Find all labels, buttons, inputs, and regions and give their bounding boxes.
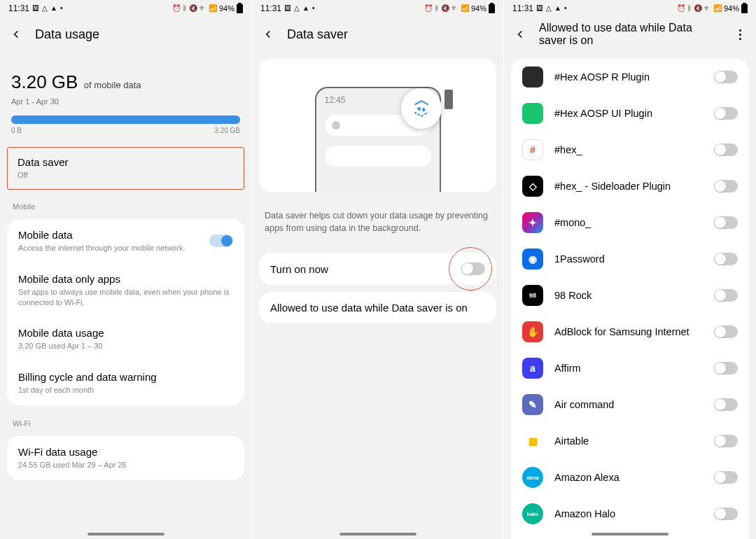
app-toggle[interactable] [714, 398, 738, 411]
signal-icon: 📶 [461, 5, 469, 12]
gallery-icon: 🖼 [284, 5, 291, 12]
app-toggle[interactable] [714, 507, 738, 520]
mobile-card: Mobile data Access the internet through … [7, 219, 244, 405]
app-toggle[interactable] [714, 180, 738, 192]
mobile-section-label: Mobile [0, 195, 251, 212]
turn-on-label: Turn on now [270, 263, 328, 275]
app-toggle[interactable] [714, 216, 738, 229]
data-saver-icon [401, 88, 442, 129]
app-toggle[interactable] [714, 362, 738, 374]
app-toggle[interactable] [714, 326, 738, 338]
app-toggle[interactable] [714, 289, 738, 302]
mobile-data-sub: Access the internet through your mobile … [18, 243, 185, 253]
screen-data-usage: 11:31 🖼 △ ▲ • ⏰ ᛒ 🔇 ᯤ 📶 94% Data usage 3… [0, 0, 252, 539]
app-row[interactable]: haloAmazon Halo [511, 496, 749, 532]
billing-cycle-row[interactable]: Billing cycle and data warning 1st day o… [7, 361, 244, 405]
app-name: Affirm [554, 363, 703, 374]
mute-icon: 🔇 [441, 5, 449, 12]
app-name: Airtable [554, 435, 703, 447]
bluetooth-icon: ᛒ [435, 5, 439, 12]
app-name: 1Password [554, 253, 703, 265]
status-time: 11:31 [260, 4, 281, 13]
app-row[interactable]: ##hex_ [511, 132, 749, 168]
nav-bar[interactable] [88, 533, 164, 536]
app-row[interactable]: ✎Air command [511, 386, 749, 423]
app-name: AdBlock for Samsung Internet [554, 326, 703, 337]
app-icon: ▲ [554, 5, 561, 12]
alarm-icon: ⏰ [424, 5, 433, 12]
app-row[interactable]: ✋AdBlock for Samsung Internet [511, 314, 749, 350]
nav-bar[interactable] [340, 533, 416, 536]
app-toggle[interactable] [714, 253, 738, 265]
battery-icon [741, 4, 748, 13]
apps-list[interactable]: #Hex AOSP R Plugin#Hex AOSP UI Plugin##h… [511, 59, 749, 539]
total-usage: 3.20 GB [11, 71, 78, 93]
app-toggle[interactable] [714, 471, 738, 484]
data-saver-row[interactable]: Data saver Off [7, 147, 244, 190]
app-row[interactable]: alexaAmazon Alexa [511, 459, 749, 496]
mute-icon: 🔇 [694, 5, 702, 12]
allowed-card: Allowed to use data while Data saver is … [259, 292, 496, 323]
app-toggle[interactable] [714, 144, 738, 156]
app-row[interactable]: #Hex AOSP UI Plugin [511, 95, 749, 132]
app-icon: ✋ [522, 321, 543, 342]
header: Data saver [252, 17, 503, 52]
drive-icon: △ [294, 5, 300, 12]
app-row[interactable]: ◉1Password [511, 241, 749, 277]
back-button[interactable] [8, 27, 24, 42]
mobile-only-apps-row[interactable]: Mobile data only apps Set apps to always… [7, 263, 244, 318]
row-title: Wi-Fi data usage [18, 446, 233, 458]
highlight-circle [449, 247, 492, 290]
app-row[interactable]: ✦#mono_ [511, 204, 749, 241]
more-button[interactable] [732, 27, 748, 42]
turn-on-card: Turn on now [259, 253, 496, 285]
app-toggle[interactable] [714, 107, 738, 120]
mobile-data-usage-row[interactable]: Mobile data usage 3.20 GB used Apr 1 – 3… [7, 317, 244, 361]
mobile-data-row[interactable]: Mobile data Access the internet through … [7, 219, 244, 263]
app-row[interactable]: #Hex AOSP R Plugin [511, 59, 749, 95]
mute-icon: 🔇 [189, 5, 197, 12]
app-row[interactable]: aAffirm [511, 350, 749, 386]
wifi-usage-row[interactable]: Wi-Fi data usage 24.55 GB used Mar 29 – … [7, 436, 244, 480]
app-row[interactable]: ◇#hex_ - Sideloader Plugin [511, 168, 749, 204]
nav-bar[interactable] [592, 533, 668, 536]
app-icon [522, 66, 543, 88]
dot-icon: • [564, 5, 567, 12]
app-icon: ✦ [522, 212, 543, 233]
mobile-data-toggle[interactable] [209, 234, 233, 247]
back-button[interactable] [260, 27, 276, 42]
dot-icon: • [60, 5, 63, 12]
app-row[interactable]: ▦Airtable [511, 423, 749, 459]
back-button[interactable] [512, 27, 528, 42]
app-toggle[interactable] [714, 71, 738, 83]
signal-icon: 📶 [209, 5, 217, 12]
illustration-card: 12:45 [259, 59, 496, 192]
data-saver-status: Off [18, 170, 234, 181]
allowed-row[interactable]: Allowed to use data while Data saver is … [259, 292, 496, 323]
battery-pct: 94% [724, 4, 739, 13]
app-icon: # [522, 139, 543, 160]
app-toggle[interactable] [714, 435, 738, 447]
app-name: #hex_ [554, 144, 703, 155]
date-range: Apr 1 - Apr 30 [11, 97, 240, 106]
wifi-section-label: Wi-Fi [0, 412, 251, 429]
battery-pct: 94% [471, 4, 486, 13]
row-title: Mobile data only apps [18, 273, 233, 285]
app-name: Amazon Alexa [554, 472, 703, 483]
bluetooth-icon: ᛒ [687, 5, 692, 12]
usage-bar [11, 115, 240, 124]
status-bar: 11:31 🖼 △ ▲ • ⏰ ᛒ 🔇 ᯤ 📶 94% [504, 0, 756, 17]
status-bar: 11:31 🖼 △ ▲ • ⏰ ᛒ 🔇 ᯤ 📶 94% [252, 0, 503, 17]
app-row[interactable]: 9898 Rock [511, 277, 749, 314]
row-sub: 1st day of each month [18, 385, 233, 396]
battery-pct: 94% [219, 4, 234, 13]
app-icon: ✎ [522, 394, 543, 415]
bar-max: 3.20 GB [214, 127, 240, 134]
app-name: #hex_ - Sideloader Plugin [554, 181, 703, 192]
data-saver-description: Data saver helps cut down your data usag… [252, 199, 503, 246]
app-name: 98 Rock [554, 290, 703, 301]
signal-icon: 📶 [713, 5, 722, 12]
app-name: #Hex AOSP UI Plugin [554, 108, 703, 119]
page-title: Data saver [287, 27, 495, 42]
screen-data-saver: 11:31 🖼 △ ▲ • ⏰ ᛒ 🔇 ᯤ 📶 94% Data saver 1… [252, 0, 504, 539]
